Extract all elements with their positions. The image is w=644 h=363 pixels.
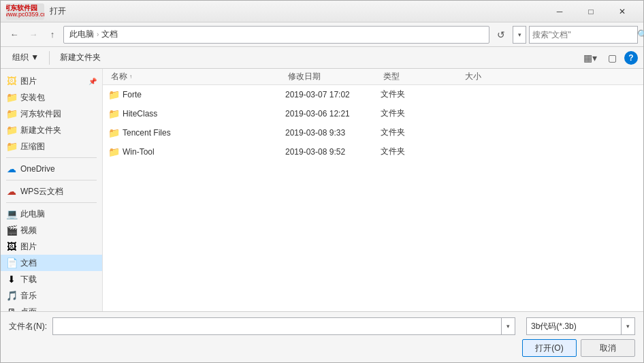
sidebar-label-images: 图片 xyxy=(20,241,37,253)
sidebar-item-hd-soft[interactable]: 📁 河东软件园 xyxy=(1,106,102,122)
back-button[interactable]: ← xyxy=(6,27,22,43)
file-type-tencent: 文件夹 xyxy=(381,127,462,138)
search-input[interactable] xyxy=(532,30,634,40)
zip-icon: 📁 xyxy=(6,141,17,152)
downloads-icon: ⬇ xyxy=(6,274,17,285)
view-mode-button[interactable]: ▦▾ xyxy=(581,50,600,66)
folder-icon-wintool: 📁 xyxy=(108,146,119,157)
sidebar-label-this-pc: 此电脑 xyxy=(20,208,45,220)
column-date-label: 修改日期 xyxy=(288,71,321,82)
open-button[interactable]: 打开(O) xyxy=(522,339,577,357)
toolbar-right: ▦▾ ▢ ? xyxy=(581,50,638,66)
column-type-label: 类型 xyxy=(383,71,400,82)
sidebar-label-desktop: 桌面 xyxy=(20,306,37,312)
file-pane: 名称 ↑ 修改日期 类型 大小 📁 Forte xyxy=(103,69,643,311)
folder-icon-tencent: 📁 xyxy=(108,127,119,138)
column-size[interactable]: 大小 xyxy=(462,69,638,84)
file-list-header: 名称 ↑ 修改日期 类型 大小 xyxy=(103,69,643,85)
sidebar-item-documents[interactable]: 📄 文档 xyxy=(1,255,102,271)
help-button[interactable]: ? xyxy=(624,51,638,65)
table-row[interactable]: 📁 Win-Tool 2019-03-08 9:52 文件夹 xyxy=(103,142,643,161)
close-button[interactable]: ✕ xyxy=(607,1,638,22)
sidebar-label-documents: 文档 xyxy=(20,257,37,269)
column-name-label: 名称 xyxy=(111,71,127,82)
documents-icon: 📄 xyxy=(6,257,17,268)
filetype-dropdown[interactable]: ▾ xyxy=(622,317,635,335)
filename-label: 文件名(N): xyxy=(9,321,47,332)
file-type-wintool: 文件夹 xyxy=(381,146,462,157)
breadcrumb-pc[interactable]: 此电脑 xyxy=(69,29,94,40)
filetype-select-wrap: 3b代码(*.3b) ▾ xyxy=(526,317,635,335)
address-dropdown[interactable]: ▾ xyxy=(513,26,526,44)
search-button[interactable]: 🔍 xyxy=(637,28,644,42)
sidebar-item-zip[interactable]: 📁 压缩图 xyxy=(1,138,102,155)
minimize-button[interactable]: ─ xyxy=(544,1,575,22)
sidebar-label-downloads: 下载 xyxy=(20,274,37,285)
sidebar-item-desktop[interactable]: 🖥 桌面 xyxy=(1,304,102,311)
this-pc-icon: 💻 xyxy=(6,208,17,219)
file-date-tencent: 2019-03-08 9:33 xyxy=(285,128,381,138)
filename-input-wrap: ▾ xyxy=(52,317,515,335)
forward-button[interactable]: → xyxy=(25,27,42,43)
toolbar-separator xyxy=(49,51,50,65)
cancel-button[interactable]: 取消 xyxy=(581,339,635,357)
column-name[interactable]: 名称 ↑ xyxy=(108,69,285,84)
preview-button[interactable]: ▢ xyxy=(602,50,622,66)
sidebar-label-setup: 安装包 xyxy=(20,92,45,104)
up-button[interactable]: ↑ xyxy=(44,27,61,43)
action-row: 打开(O) 取消 xyxy=(9,339,635,357)
sidebar-divider-2 xyxy=(6,180,97,180)
filename-dropdown[interactable]: ▾ xyxy=(502,317,515,335)
sidebar-item-pictures[interactable]: 🖼 图片 📌 xyxy=(1,73,102,89)
file-date-wintool: 2019-03-08 9:52 xyxy=(285,147,381,157)
maximize-button[interactable]: □ xyxy=(575,1,607,22)
window-title: 打开 xyxy=(47,5,544,17)
breadcrumb-separator: › xyxy=(97,31,99,38)
sidebar-item-music[interactable]: 🎵 音乐 xyxy=(1,287,102,304)
sidebar: 🖼 图片 📌 📁 安装包 📁 河东软件园 📁 新建文件夹 📁 xyxy=(1,69,103,311)
file-list: 📁 Forte 2019-03-07 17:02 文件夹 📁 HiteClass… xyxy=(103,85,643,311)
organize-button[interactable]: 组织 ▼ xyxy=(6,50,45,66)
filename-input[interactable] xyxy=(52,317,502,335)
file-name-label-tencent: Tencent Files xyxy=(123,128,171,138)
breadcrumb: 此电脑 › 文档 xyxy=(63,26,489,44)
file-type-hiteclass: 文件夹 xyxy=(381,108,462,119)
app-logo: 河东软件园 www.pc0359.cn xyxy=(6,3,44,20)
wps-icon: ☁ xyxy=(6,186,17,197)
file-name-tencent: 📁 Tencent Files xyxy=(108,127,285,138)
sidebar-item-onedrive[interactable]: ☁ OneDrive xyxy=(1,161,102,177)
bottom-bar: 文件名(N): ▾ 3b代码(*.3b) ▾ 打开(O) 取消 xyxy=(1,311,643,362)
filetype-select[interactable]: 3b代码(*.3b) xyxy=(526,317,622,335)
column-type[interactable]: 类型 xyxy=(381,69,462,84)
file-name-label-forte: Forte xyxy=(123,90,142,99)
file-name-hiteclass: 📁 HiteClass xyxy=(108,108,285,119)
title-bar: 河东软件园 www.pc0359.cn 打开 ─ □ ✕ xyxy=(1,1,643,22)
sidebar-item-this-pc[interactable]: 💻 此电脑 xyxy=(1,206,102,222)
sidebar-label-video: 视频 xyxy=(20,225,37,236)
sidebar-item-wps-cloud[interactable]: ☁ WPS云文档 xyxy=(1,183,102,200)
desktop-icon: 🖥 xyxy=(6,306,17,311)
sidebar-item-new-folder[interactable]: 📁 新建文件夹 xyxy=(1,122,102,138)
sidebar-item-setup[interactable]: 📁 安装包 xyxy=(1,89,102,106)
new-folder-button[interactable]: 新建文件夹 xyxy=(54,50,107,66)
search-box: 🔍 xyxy=(529,26,638,44)
onedrive-icon: ☁ xyxy=(6,163,17,174)
sidebar-divider-1 xyxy=(6,157,97,158)
sidebar-item-video[interactable]: 🎬 视频 xyxy=(1,222,102,238)
address-bar: ← → ↑ 此电脑 › 文档 ↺ ▾ 🔍 xyxy=(1,22,643,47)
filename-row: 文件名(N): ▾ 3b代码(*.3b) ▾ xyxy=(9,317,635,335)
file-name-label-hiteclass: HiteClass xyxy=(123,109,157,119)
sidebar-item-downloads[interactable]: ⬇ 下载 xyxy=(1,271,102,287)
column-date[interactable]: 修改日期 xyxy=(285,69,381,84)
logo-line2: www.pc0359.cn xyxy=(6,12,44,18)
table-row[interactable]: 📁 Forte 2019-03-07 17:02 文件夹 xyxy=(103,85,643,104)
pictures-icon: 🖼 xyxy=(6,76,17,86)
window-controls: ─ □ ✕ xyxy=(544,1,638,22)
table-row[interactable]: 📁 HiteClass 2019-03-06 12:21 文件夹 xyxy=(103,104,643,123)
refresh-button[interactable]: ↺ xyxy=(492,26,510,44)
file-date-forte: 2019-03-07 17:02 xyxy=(285,90,381,99)
sidebar-item-images[interactable]: 🖼 图片 xyxy=(1,238,102,255)
setup-icon: 📁 xyxy=(6,92,17,103)
sidebar-label-new-folder: 新建文件夹 xyxy=(20,125,61,136)
table-row[interactable]: 📁 Tencent Files 2019-03-08 9:33 文件夹 xyxy=(103,123,643,142)
